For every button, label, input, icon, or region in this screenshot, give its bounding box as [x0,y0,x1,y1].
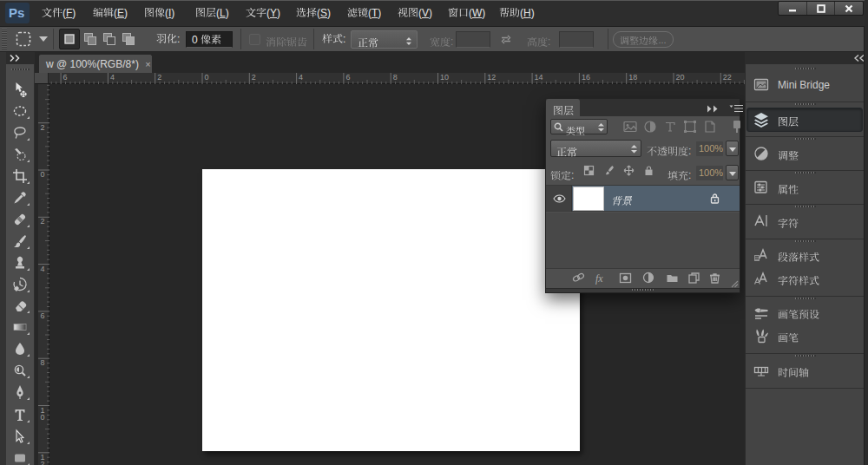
svg-text:6: 6 [41,311,45,320]
svg-text:2: 2 [157,73,161,82]
svg-text:0: 0 [41,413,45,422]
svg-text:6: 6 [345,73,350,82]
svg-text:16: 16 [582,73,590,82]
svg-text:6: 6 [63,73,68,82]
svg-text:2: 2 [41,123,45,132]
svg-text:2: 2 [252,73,256,82]
svg-text:2: 2 [41,460,45,465]
svg-text:4: 4 [299,73,303,82]
svg-text:0: 0 [41,170,45,179]
svg-text:8: 8 [41,358,45,367]
svg-text:4: 4 [110,73,115,82]
svg-text:8: 8 [393,73,398,82]
svg-text:18: 18 [628,73,637,82]
svg-text:fx: fx [595,272,603,285]
svg-text:22: 22 [723,73,732,82]
svg-text:10: 10 [440,73,449,82]
svg-text:0: 0 [205,73,209,82]
svg-text:2: 2 [41,217,45,226]
svg-text:14: 14 [535,73,543,82]
svg-text:20: 20 [676,73,685,82]
svg-text:12: 12 [487,73,496,82]
svg-text:4: 4 [41,265,45,273]
